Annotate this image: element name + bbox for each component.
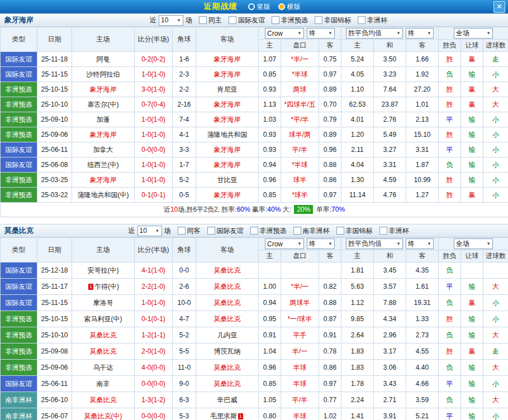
summary-text: 40%	[267, 206, 281, 213]
final-odds-select[interactable]: 终▼	[307, 238, 335, 249]
date-cell: 25-11-18	[37, 52, 72, 67]
score-cell: 0-0(0-0)	[135, 142, 173, 157]
away-team-cell: 莫桑比克	[196, 279, 259, 295]
scope-select[interactable]: 全场▼	[454, 28, 493, 39]
away-odds-cell: 0.88	[319, 157, 341, 173]
result-cell: 平	[439, 279, 461, 295]
win-odds-cell: 1.81	[341, 262, 374, 279]
filter-checkbox[interactable]: 非洲预选	[272, 16, 308, 25]
goals-result-cell: 大	[483, 279, 508, 295]
competition-type-cell: 国际友谊	[1, 279, 37, 295]
score-cell: 1-0(1-0)	[135, 157, 173, 173]
summary-text: 赢率:	[250, 206, 268, 213]
team-name-text: 象牙海岸	[90, 85, 117, 93]
team-name-text: 阿曼	[97, 55, 110, 63]
team-name-text: 安哥拉(中)	[88, 266, 119, 274]
filter-checkbox[interactable]: 非洲杯	[358, 16, 387, 25]
competition-type-cell: 非洲预选	[1, 127, 37, 142]
score-cell: 2-0(1-0)	[135, 343, 173, 360]
filter-checkbox[interactable]: 南非洲杯	[293, 226, 330, 236]
date-cell: 25-06-11	[37, 142, 72, 157]
handicap-line-cell: *一/球半	[281, 311, 319, 327]
away-odds-cell: 0.86	[319, 360, 341, 376]
near-count-select[interactable]: 10▼	[137, 226, 162, 236]
bookmaker-select[interactable]: Crow▼	[265, 28, 304, 39]
near-count-select[interactable]: 10▼	[159, 15, 183, 26]
recent-count-control: 近10▼场	[150, 15, 192, 26]
away-odds-cell: 0.77	[319, 392, 341, 408]
draw-odds-cell: 3.23	[374, 67, 406, 82]
away-team-cell: 莫桑比克	[196, 262, 259, 279]
draw-odds-cell: 2.71	[374, 392, 406, 408]
team-name-text: 莫桑比克(中)	[84, 412, 122, 420]
lose-odds-cell: 1.01	[406, 97, 439, 112]
corners-cell: 2-16	[173, 97, 196, 112]
final-odds-select[interactable]: 终▼	[307, 28, 335, 39]
filter-checkbox[interactable]: 非国锦标	[315, 16, 351, 25]
win-odds-cell: 1.30	[341, 173, 374, 188]
layout-horizontal-radio[interactable]: 横版	[278, 2, 301, 12]
final-odds-select[interactable]: 终▼	[406, 28, 434, 39]
filter-checkbox[interactable]: 非国锦标	[336, 226, 373, 236]
radio-label: 横版	[287, 2, 301, 12]
sub-column-header: 和	[374, 40, 406, 52]
filter-checkbox[interactable]: 同主	[199, 16, 222, 25]
date-cell: 25-11-15	[37, 67, 72, 82]
away-team-cell: 象牙海岸	[196, 112, 259, 127]
away-odds-cell: 0.97	[319, 376, 341, 392]
team-name-text: 辛巴威	[217, 396, 238, 404]
result-cell: 负	[439, 360, 461, 376]
filter-checkbox[interactable]: 非洲预选	[250, 226, 287, 236]
dropdown-arrow-icon: ▼	[155, 228, 160, 233]
odds-metric-select[interactable]: 胜平负均值▼	[346, 238, 403, 249]
date-cell: 25-06-11	[37, 376, 72, 392]
scope-select[interactable]: 全场▼	[454, 238, 493, 249]
filter-checkbox[interactable]: 非洲杯	[379, 226, 409, 236]
sub-column-header: 客	[406, 250, 439, 262]
handicap-result-cell	[461, 262, 483, 279]
handicap-line-cell: 半球	[281, 360, 319, 376]
odds-metric-select[interactable]: 胜平负均值▼	[346, 28, 403, 39]
summary-text: 60%	[237, 206, 250, 213]
win-odds-cell: 2.64	[341, 327, 374, 343]
handicap-line-cell: 半球	[281, 376, 319, 392]
dropdown-arrow-icon: ▼	[297, 241, 302, 246]
away-odds-cell: 0.82	[319, 279, 341, 295]
checkbox-icon	[272, 16, 279, 24]
dropdown-arrow-icon: ▼	[328, 241, 333, 246]
away-team-cell: 莫桑比克	[196, 360, 259, 376]
checkbox-icon	[178, 227, 186, 235]
summary-text: 胜率:	[221, 206, 236, 213]
close-button[interactable]: ✕	[493, 1, 505, 13]
final-odds-select[interactable]: 终▼	[406, 238, 434, 249]
home-team-cell: 乌干达	[72, 360, 135, 376]
team-name-text: 毛里求斯	[210, 412, 237, 420]
home-odds-cell: 1.07	[259, 52, 281, 67]
home-team-cell: 象牙海岸	[72, 173, 135, 188]
away-odds-cell: 0.86	[319, 173, 341, 188]
select-value: 胜平负均值	[348, 239, 382, 249]
checkbox-icon	[250, 227, 258, 235]
match-row: 国际友谊25-06-08纽西兰(中)1-0(1-0)1-7象牙海岸0.94*半球…	[1, 157, 508, 173]
handicap-line-cell: *半球	[281, 157, 319, 173]
score-cell: 0-1(0-1)	[135, 188, 173, 203]
bookmaker-select[interactable]: Crow▼	[265, 238, 304, 249]
away-odds-cell: 0.70	[319, 97, 341, 112]
score-cell: 1-0(1-0)	[135, 127, 173, 142]
matches-table: 类型日期主场比分(半场)角球客场Crow▼终▼胜平负均值▼终▼全场▼主盘口客主和…	[0, 27, 508, 217]
away-team-cell: 象牙海岸	[196, 188, 259, 203]
window-title: 近期战绩	[204, 2, 238, 12]
date-cell: 25-09-06	[37, 360, 72, 376]
filter-checkbox[interactable]: 同客	[178, 226, 201, 236]
filter-checkbox[interactable]: 国际友谊	[229, 16, 265, 25]
result-cell: 胜	[439, 52, 461, 67]
layout-vertical-radio[interactable]: 竖版	[248, 2, 270, 12]
match-row: 非洲预选25-10-15索马利亚(中)0-1(0-1)4-7莫桑比克0.95*一…	[1, 311, 508, 327]
handicap-result-cell: 输	[461, 392, 483, 408]
team-name-text: 摩洛哥	[93, 299, 113, 307]
near-label: 近	[150, 16, 156, 25]
filter-checkbox[interactable]: 国际友谊	[207, 226, 244, 236]
win-odds-cell: 62.53	[341, 97, 374, 112]
checkbox-icon	[293, 227, 301, 235]
win-odds-cell: 5.24	[341, 52, 374, 67]
